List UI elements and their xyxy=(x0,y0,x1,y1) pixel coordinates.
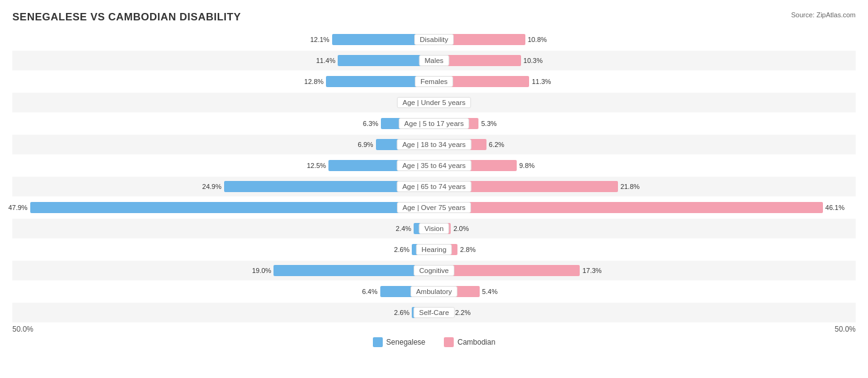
row-inner: Hearing2.6%2.8% xyxy=(12,240,856,259)
senegalese-value: 24.9% xyxy=(202,183,222,190)
legend: Senegalese Cambodian xyxy=(12,337,856,347)
senegalese-value: 12.5% xyxy=(307,162,326,169)
senegalese-label: Senegalese xyxy=(386,338,425,346)
senegalese-value: 19.0% xyxy=(252,267,271,274)
bar-row: Females12.8%11.3% xyxy=(12,72,856,91)
row-label: Age | Over 75 years xyxy=(397,202,471,213)
cambodian-bar xyxy=(434,265,580,276)
senegalese-swatch xyxy=(373,337,383,347)
bar-row: Age | Over 75 years47.9%46.1% xyxy=(12,198,856,217)
row-inner: Age | 65 to 74 years24.9%21.8% xyxy=(12,177,856,196)
cambodian-value: 2.8% xyxy=(460,246,475,253)
cambodian-value: 2.0% xyxy=(453,225,469,232)
axis-bottom: 50.0% 50.0% xyxy=(12,325,856,334)
cambodian-value: 9.8% xyxy=(519,162,535,169)
cambodian-value: 2.2% xyxy=(455,309,470,316)
cambodian-value: 46.1% xyxy=(825,204,845,211)
cambodian-label: Cambodian xyxy=(457,338,495,346)
row-label: Age | 65 to 74 years xyxy=(397,181,472,192)
bar-row: Vision2.4%2.0% xyxy=(12,219,856,238)
cambodian-value: 21.8% xyxy=(620,183,640,190)
bar-row: Age | 18 to 34 years6.9%6.2% xyxy=(12,135,856,154)
bar-row: Cognitive19.0%17.3% xyxy=(12,261,856,280)
row-label: Age | Under 5 years xyxy=(397,97,471,108)
senegalese-bar xyxy=(273,265,434,276)
row-inner: Disability12.1%10.8% xyxy=(12,30,856,49)
row-inner: Ambulatory6.4%5.4% xyxy=(12,282,856,301)
row-inner: Cognitive19.0%17.3% xyxy=(12,261,856,280)
bar-row: Disability12.1%10.8% xyxy=(12,30,856,49)
row-inner: Age | 35 to 64 years12.5%9.8% xyxy=(12,156,856,175)
senegalese-bar xyxy=(30,202,434,213)
row-inner: Vision2.4%2.0% xyxy=(12,219,856,238)
row-label: Age | 5 to 17 years xyxy=(399,118,469,129)
bar-row: Age | 35 to 64 years12.5%9.8% xyxy=(12,156,856,175)
row-label: Females xyxy=(415,76,453,87)
cambodian-value: 10.8% xyxy=(528,36,547,43)
row-label: Vision xyxy=(419,223,449,234)
cambodian-value: 17.3% xyxy=(582,267,601,274)
row-label: Cognitive xyxy=(414,265,454,276)
senegalese-value: 6.4% xyxy=(362,288,377,295)
row-label: Hearing xyxy=(416,244,452,255)
senegalese-value: 12.1% xyxy=(310,36,329,43)
legend-cambodian: Cambodian xyxy=(444,337,495,347)
bar-row: Hearing2.6%2.8% xyxy=(12,240,856,259)
row-inner: Age | 5 to 17 years6.3%5.3% xyxy=(12,114,856,133)
cambodian-value: 5.4% xyxy=(482,288,498,295)
senegalese-value: 11.4% xyxy=(316,57,335,64)
row-label: Ambulatory xyxy=(411,286,457,297)
row-inner: Females12.8%11.3% xyxy=(12,72,856,91)
cambodian-value: 11.3% xyxy=(532,78,551,85)
cambodian-value: 6.2% xyxy=(489,141,504,148)
row-inner: Age | Under 5 years1.2%1.2% xyxy=(12,93,856,112)
legend-senegalese: Senegalese xyxy=(373,337,425,347)
bar-row: Age | 65 to 74 years24.9%21.8% xyxy=(12,177,856,196)
cambodian-value: 10.3% xyxy=(524,57,543,64)
bar-row: Age | Under 5 years1.2%1.2% xyxy=(12,93,856,112)
chart-area: Disability12.1%10.8%Males11.4%10.3%Femal… xyxy=(12,30,856,322)
bar-row: Age | 5 to 17 years6.3%5.3% xyxy=(12,114,856,133)
senegalese-value: 2.4% xyxy=(396,225,411,232)
cambodian-value: 5.3% xyxy=(481,120,496,127)
cambodian-bar xyxy=(434,202,823,213)
chart-container: SENEGALESE VS CAMBODIAN DISABILITY Sourc… xyxy=(0,0,868,353)
row-label: Males xyxy=(419,55,449,66)
axis-right-label: 50.0% xyxy=(835,325,856,334)
row-label: Self-Care xyxy=(414,307,455,318)
row-inner: Age | 18 to 34 years6.9%6.2% xyxy=(12,135,856,154)
row-label: Disability xyxy=(414,34,454,45)
row-label: Age | 35 to 64 years xyxy=(397,160,472,171)
row-inner: Age | Over 75 years47.9%46.1% xyxy=(12,198,856,217)
axis-left-label: 50.0% xyxy=(12,325,33,334)
senegalese-value: 12.8% xyxy=(304,78,323,85)
chart-title: SENEGALESE VS CAMBODIAN DISABILITY xyxy=(12,11,856,23)
row-label: Age | 18 to 34 years xyxy=(397,139,472,150)
senegalese-value: 6.3% xyxy=(363,120,378,127)
senegalese-value: 47.9% xyxy=(8,204,27,211)
row-inner: Self-Care2.6%2.2% xyxy=(12,303,856,322)
row-inner: Males11.4%10.3% xyxy=(12,51,856,70)
bar-row: Ambulatory6.4%5.4% xyxy=(12,282,856,301)
source-label: Source: ZipAtlas.com xyxy=(791,11,856,19)
senegalese-value: 2.6% xyxy=(394,246,409,253)
cambodian-swatch xyxy=(444,337,454,347)
senegalese-value: 6.9% xyxy=(358,141,373,148)
senegalese-value: 2.6% xyxy=(394,309,409,316)
bar-row: Self-Care2.6%2.2% xyxy=(12,303,856,322)
bar-row: Males11.4%10.3% xyxy=(12,51,856,70)
